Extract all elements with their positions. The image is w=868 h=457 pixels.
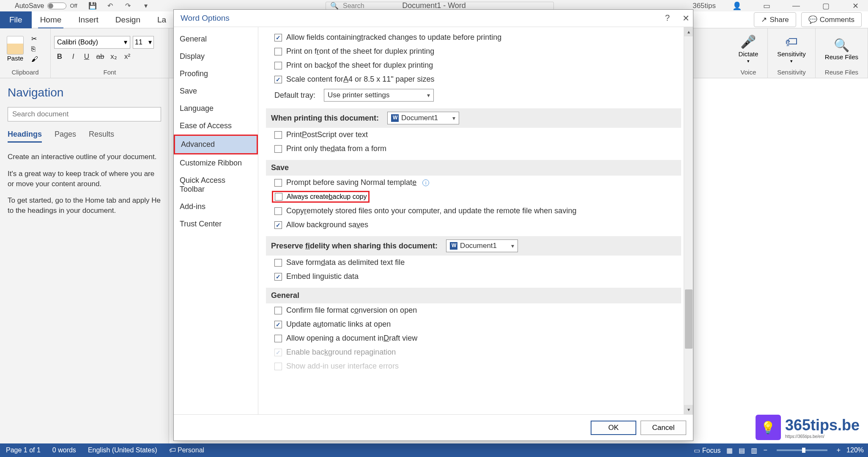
undo-icon[interactable]: ↶ bbox=[106, 1, 115, 11]
redo-icon[interactable]: ↷ bbox=[123, 1, 133, 11]
reuse-files-button[interactable]: 🔍Reuse Files bbox=[819, 36, 864, 62]
minimize-icon[interactable]: — bbox=[783, 0, 809, 11]
tab-insert[interactable]: Insert bbox=[70, 11, 107, 28]
format-painter-icon[interactable]: 🖌 bbox=[31, 55, 38, 63]
scroll-up-icon[interactable]: ▴ bbox=[684, 27, 693, 36]
focus-button[interactable]: ▭ Focus bbox=[694, 446, 720, 454]
dlg-nav-display[interactable]: Display bbox=[174, 48, 258, 65]
comments-button[interactable]: 💬Comments bbox=[801, 12, 862, 27]
autosave-state: Off bbox=[70, 3, 77, 9]
comment-icon: 💬 bbox=[808, 15, 817, 24]
scroll-down-icon[interactable]: ▾ bbox=[684, 405, 693, 414]
qat-dropdown-icon[interactable]: ▾ bbox=[141, 1, 151, 11]
share-button[interactable]: ↗Share bbox=[754, 12, 796, 27]
dlg-nav-qat[interactable]: Quick Access Toolbar bbox=[174, 172, 258, 198]
superscript-button[interactable]: x² bbox=[122, 51, 133, 62]
zoom-slider[interactable] bbox=[777, 449, 827, 451]
chk-form-data[interactable] bbox=[274, 145, 282, 153]
chk-confirm-conversion[interactable] bbox=[274, 307, 282, 314]
default-tray-select[interactable]: Use printer settings bbox=[324, 89, 434, 102]
view-print-icon[interactable]: ▤ bbox=[739, 446, 745, 454]
word-options-dialog: Word Options ? ✕ General Display Proofin… bbox=[173, 9, 693, 441]
nav-search-input[interactable] bbox=[8, 107, 161, 121]
zoom-in-button[interactable]: + bbox=[837, 446, 841, 454]
view-read-icon[interactable]: ▦ bbox=[726, 446, 733, 454]
clipboard-group-label: Clipboard bbox=[3, 68, 47, 77]
dlg-nav-addins[interactable]: Add-ins bbox=[174, 198, 258, 215]
dlg-nav-advanced[interactable]: Advanced bbox=[174, 135, 258, 154]
print-doc-select[interactable]: Document1 bbox=[387, 112, 459, 124]
dlg-nav-customize[interactable]: Customize Ribbon bbox=[174, 154, 258, 172]
sensitivity-button[interactable]: 🏷Sensitivity▾ bbox=[771, 33, 812, 66]
view-web-icon[interactable]: ▥ bbox=[751, 446, 757, 454]
chk-backup-copy[interactable] bbox=[275, 193, 282, 201]
chk-save-form-delimited[interactable] bbox=[274, 259, 282, 267]
chk-draft-view[interactable] bbox=[274, 335, 282, 342]
nav-text-3: To get started, go to the Home tab and a… bbox=[8, 195, 161, 216]
chk-copy-remote[interactable] bbox=[274, 207, 282, 215]
info-icon[interactable]: i bbox=[422, 179, 429, 186]
maximize-icon[interactable]: ▢ bbox=[813, 0, 838, 11]
status-bar: Page 1 of 1 0 words English (United Stat… bbox=[0, 443, 868, 457]
chk-auto-links[interactable] bbox=[274, 321, 282, 328]
font-family-select[interactable]: Calibri (Body)▾ bbox=[54, 36, 130, 49]
chk-bg-saves[interactable] bbox=[274, 221, 282, 229]
page-status[interactable]: Page 1 of 1 bbox=[6, 446, 41, 454]
cut-icon[interactable]: ✂ bbox=[31, 35, 38, 43]
zoom-level[interactable]: 120% bbox=[846, 446, 864, 454]
nav-tab-results[interactable]: Results bbox=[89, 130, 114, 143]
paste-button[interactable]: Paste bbox=[3, 34, 27, 63]
cancel-button[interactable]: Cancel bbox=[641, 421, 686, 435]
underline-button[interactable]: U bbox=[81, 51, 92, 62]
search-box[interactable]: 🔍 Search bbox=[326, 2, 554, 10]
chk-print-back[interactable] bbox=[274, 62, 282, 69]
tab-design[interactable]: Design bbox=[107, 11, 149, 28]
file-tab[interactable]: File bbox=[0, 11, 32, 28]
fidelity-doc-select[interactable]: Document1 bbox=[446, 240, 518, 252]
help-icon[interactable]: ? bbox=[665, 13, 670, 23]
dictate-button[interactable]: 🎤Dictate▾ bbox=[733, 33, 764, 66]
nav-tab-headings[interactable]: Headings bbox=[8, 130, 42, 143]
subscript-button[interactable]: x₂ bbox=[108, 51, 119, 62]
zoom-out-button[interactable]: − bbox=[763, 446, 767, 454]
word-count[interactable]: 0 words bbox=[52, 446, 76, 454]
dlg-nav-ease[interactable]: Ease of Access bbox=[174, 117, 258, 135]
autosave-toggle[interactable]: AutoSave Off bbox=[15, 2, 77, 10]
copy-icon[interactable]: ⎘ bbox=[31, 45, 38, 53]
ribbon-options-icon[interactable]: ▭ bbox=[754, 0, 779, 11]
chk-prompt-normal[interactable] bbox=[274, 179, 282, 187]
strike-button[interactable]: ab bbox=[95, 51, 106, 62]
chk-tracked-changes[interactable] bbox=[274, 34, 282, 41]
backup-copy-highlight: Always create backup copy bbox=[272, 191, 370, 203]
tab-layout[interactable]: La bbox=[149, 11, 175, 28]
sensitivity-status[interactable]: 🏷 Personal bbox=[169, 446, 205, 454]
save-icon[interactable]: 💾 bbox=[88, 1, 97, 11]
dlg-nav-trust[interactable]: Trust Center bbox=[174, 215, 258, 233]
dlg-nav-save[interactable]: Save bbox=[174, 83, 258, 100]
sensitivity-group-label: Sensitivity bbox=[771, 68, 812, 77]
word-doc-icon bbox=[450, 242, 457, 250]
word-doc-icon bbox=[391, 114, 399, 122]
scroll-thumb[interactable] bbox=[685, 289, 693, 349]
chk-scale-a4[interactable] bbox=[274, 76, 282, 83]
ok-button[interactable]: OK bbox=[591, 421, 636, 435]
dialog-scrollbar[interactable]: ▴ ▾ bbox=[684, 27, 693, 414]
italic-button[interactable]: I bbox=[68, 51, 79, 62]
dialog-title-bar: Word Options ? ✕ bbox=[174, 10, 693, 27]
chk-linguistic[interactable] bbox=[274, 273, 282, 281]
chk-print-front[interactable] bbox=[274, 48, 282, 55]
chk-addin-errors[interactable] bbox=[274, 363, 282, 370]
user-icon[interactable]: 👤 bbox=[724, 0, 750, 11]
language-status[interactable]: English (United States) bbox=[88, 446, 157, 454]
chk-postscript[interactable] bbox=[274, 131, 282, 139]
close-icon[interactable]: ✕ bbox=[682, 13, 690, 23]
dlg-nav-general[interactable]: General bbox=[174, 30, 258, 48]
dlg-nav-proofing[interactable]: Proofing bbox=[174, 65, 258, 83]
tab-home[interactable]: Home bbox=[32, 11, 70, 28]
close-window-icon[interactable]: ✕ bbox=[843, 0, 868, 11]
bold-button[interactable]: B bbox=[54, 51, 65, 62]
font-size-select[interactable]: 11▾ bbox=[133, 36, 154, 49]
dlg-nav-language[interactable]: Language bbox=[174, 100, 258, 117]
nav-tab-pages[interactable]: Pages bbox=[55, 130, 76, 143]
lbl-bg-repagination: Enable background repagination bbox=[286, 348, 396, 357]
